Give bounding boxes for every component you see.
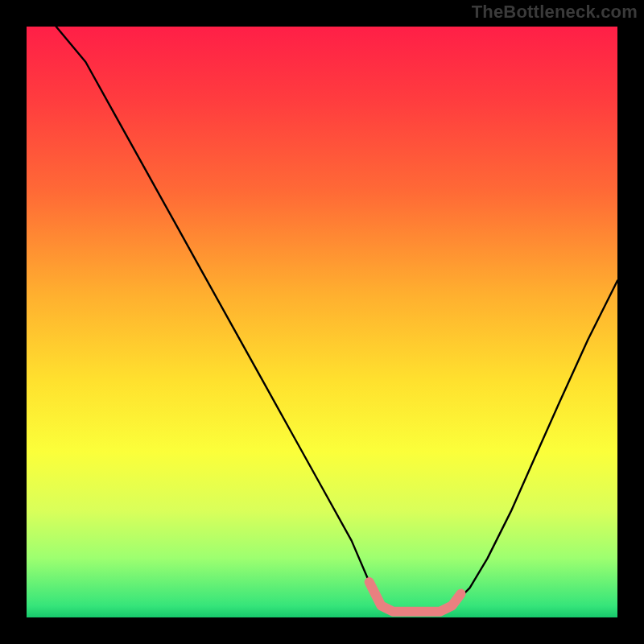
watermark-text: TheBottleneck.com bbox=[472, 2, 638, 23]
chart-frame: TheBottleneck.com bbox=[0, 0, 644, 644]
plot-area bbox=[27, 27, 617, 617]
highlight-svg bbox=[27, 27, 617, 617]
pink-highlight bbox=[369, 582, 461, 612]
